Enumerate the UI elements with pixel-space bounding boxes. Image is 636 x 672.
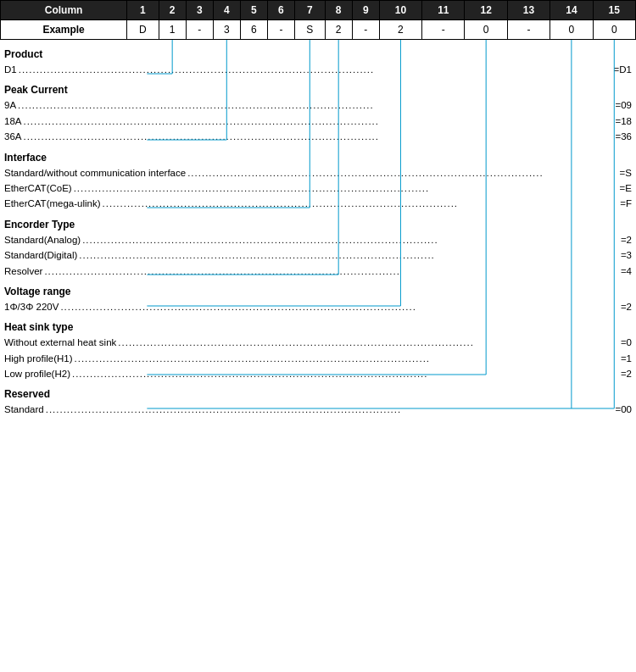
item-dots: ........................................… bbox=[44, 264, 618, 279]
list-item: 9A .....................................… bbox=[4, 97, 632, 113]
example-cell-8: 2 bbox=[325, 20, 352, 40]
item-value: =2 bbox=[621, 366, 632, 381]
example-cell-6: - bbox=[267, 20, 294, 40]
col-header-13: 13 bbox=[507, 1, 550, 20]
section-heat-sink: Heat sink typeWithout external heat sink… bbox=[4, 321, 632, 381]
example-cell-5: 6 bbox=[240, 20, 267, 40]
col-header-15: 15 bbox=[593, 1, 635, 20]
item-label: 18A bbox=[4, 114, 21, 129]
example-label: Example bbox=[1, 20, 127, 40]
item-label: Standard(Digital) bbox=[4, 247, 77, 263]
col-header-2: 2 bbox=[159, 1, 186, 20]
section-title-reserved: Reserved bbox=[4, 388, 632, 400]
item-value: =1 bbox=[621, 351, 632, 366]
content-area: ProductD1 ..............................… bbox=[0, 40, 636, 433]
item-label: Standard(Analog) bbox=[4, 232, 81, 247]
list-item: Standard/without communication interface… bbox=[4, 165, 632, 180]
item-value: =E bbox=[620, 180, 632, 196]
column-header: Column bbox=[1, 1, 127, 20]
list-item: Resolver ...............................… bbox=[4, 264, 632, 279]
col-header-7: 7 bbox=[294, 1, 325, 20]
item-dots: ........................................… bbox=[23, 114, 613, 129]
section-title-heat-sink: Heat sink type bbox=[4, 321, 632, 333]
example-cell-10: 2 bbox=[379, 20, 421, 40]
item-label: 9A bbox=[4, 97, 16, 113]
item-value: =36 bbox=[615, 129, 632, 144]
list-item: 36A ....................................… bbox=[4, 129, 632, 144]
item-label: D1 bbox=[4, 62, 17, 77]
item-dots: ........................................… bbox=[82, 232, 619, 247]
item-label: 1Φ/3Φ 220V bbox=[4, 299, 59, 314]
list-item: Standard ...............................… bbox=[4, 402, 632, 417]
col-header-6: 6 bbox=[267, 1, 294, 20]
example-cell-14: 0 bbox=[550, 20, 593, 40]
item-value: =D1 bbox=[614, 62, 632, 77]
section-title-product: Product bbox=[4, 48, 632, 60]
list-item: EtherCAT(mega-ulink) ...................… bbox=[4, 196, 632, 211]
item-value: =4 bbox=[621, 264, 632, 279]
example-cell-15: 0 bbox=[593, 20, 635, 40]
example-cell-12: 0 bbox=[465, 20, 507, 40]
col-header-10: 10 bbox=[379, 1, 421, 20]
col-header-3: 3 bbox=[186, 1, 213, 20]
item-value: =3 bbox=[621, 247, 632, 263]
item-label: Standard bbox=[4, 402, 44, 417]
section-encoder-type: Encorder TypeStandard(Analog) ..........… bbox=[4, 219, 632, 279]
section-reserved: ReservedStandard .......................… bbox=[4, 388, 632, 417]
list-item: Standard(Digital) ......................… bbox=[4, 247, 632, 263]
list-item: High profile(H1) .......................… bbox=[4, 351, 632, 366]
item-value: =09 bbox=[615, 97, 632, 113]
section-title-interface: Interface bbox=[4, 152, 632, 164]
item-value: =00 bbox=[615, 402, 632, 417]
item-label: EtherCAT(CoE) bbox=[4, 180, 72, 196]
item-dots: ........................................… bbox=[103, 196, 619, 211]
item-value: =S bbox=[620, 165, 632, 180]
item-value: =2 bbox=[621, 299, 632, 314]
list-item: Standard(Analog) .......................… bbox=[4, 232, 632, 247]
section-title-encoder-type: Encorder Type bbox=[4, 219, 632, 230]
col-header-1: 1 bbox=[127, 1, 159, 20]
item-dots: ........................................… bbox=[46, 402, 614, 417]
list-item: 1Φ/3Φ 220V .............................… bbox=[4, 299, 632, 314]
item-value: =18 bbox=[615, 114, 632, 129]
example-cell-7: S bbox=[294, 20, 325, 40]
main-container: Column 123456789101112131415 Example D1-… bbox=[0, 0, 636, 433]
item-label: Standard/without communication interface bbox=[4, 165, 186, 180]
section-product: ProductD1 ..............................… bbox=[4, 48, 632, 77]
section-interface: InterfaceStandard/without communication … bbox=[4, 152, 632, 212]
list-item: 18A ....................................… bbox=[4, 114, 632, 129]
item-value: =0 bbox=[621, 335, 632, 350]
section-title-peak-current: Peak Current bbox=[4, 84, 632, 96]
col-header-4: 4 bbox=[213, 1, 240, 20]
item-dots: ........................................… bbox=[118, 335, 619, 350]
example-cell-3: - bbox=[186, 20, 213, 40]
example-cell-4: 3 bbox=[213, 20, 240, 40]
example-cell-2: 1 bbox=[159, 20, 186, 40]
col-header-14: 14 bbox=[550, 1, 593, 20]
header-table: Column 123456789101112131415 Example D1-… bbox=[0, 0, 636, 40]
item-value: =F bbox=[620, 196, 632, 211]
item-dots: ........................................… bbox=[18, 97, 613, 113]
example-cell-1: D bbox=[127, 20, 159, 40]
example-cell-13: - bbox=[507, 20, 550, 40]
list-item: D1 .....................................… bbox=[4, 62, 632, 77]
item-dots: ........................................… bbox=[72, 366, 619, 381]
item-label: EtherCAT(mega-ulink) bbox=[4, 196, 101, 211]
example-cell-9: - bbox=[352, 20, 379, 40]
section-peak-current: Peak Current9A .........................… bbox=[4, 84, 632, 144]
col-header-8: 8 bbox=[325, 1, 352, 20]
example-cell-11: - bbox=[422, 20, 465, 40]
col-header-12: 12 bbox=[465, 1, 507, 20]
item-dots: ........................................… bbox=[79, 247, 619, 263]
list-item: Without external heat sink .............… bbox=[4, 335, 632, 350]
item-value: =2 bbox=[621, 232, 632, 247]
list-item: EtherCAT(CoE) ..........................… bbox=[4, 180, 632, 196]
item-dots: ........................................… bbox=[187, 165, 617, 180]
item-dots: ........................................… bbox=[60, 299, 618, 314]
list-item: Low profile(H2) ........................… bbox=[4, 366, 632, 381]
item-label: 36A bbox=[4, 129, 21, 144]
col-header-9: 9 bbox=[352, 1, 379, 20]
item-label: Low profile(H2) bbox=[4, 366, 70, 381]
col-header-11: 11 bbox=[422, 1, 465, 20]
col-header-5: 5 bbox=[240, 1, 267, 20]
